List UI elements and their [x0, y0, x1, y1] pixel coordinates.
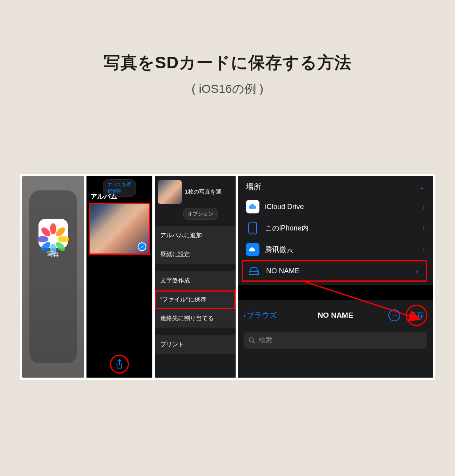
- location-tencent-weiyun[interactable]: 腾讯微云 ›: [238, 239, 433, 260]
- back-label: ブラウズ: [247, 310, 277, 321]
- panel-share-sheet: 1枚の写真を選 オプション アルバムに追加 壁紙に設定 文字盤作成 "ファイル"…: [155, 176, 236, 378]
- share-icon: [115, 359, 124, 370]
- search-field[interactable]: 検索: [244, 332, 427, 349]
- folder-title: NO NAME: [318, 311, 353, 320]
- options-button[interactable]: オプション: [183, 208, 218, 220]
- share-sheet-thumbnail: [158, 180, 182, 204]
- page-title: 写真をSDカードに保存する方法: [0, 52, 455, 74]
- menu-print[interactable]: プリント: [155, 335, 236, 354]
- menu-assign-contact[interactable]: 連絡先に割り当てる: [155, 309, 236, 328]
- chevron-left-icon: ‹: [244, 311, 246, 320]
- menu-create-watchface[interactable]: 文字盤作成: [155, 271, 236, 290]
- chevron-right-icon: ›: [422, 224, 425, 232]
- share-button[interactable]: [110, 355, 129, 374]
- panel-files-locations: 場所 ⌄ iCloud Drive › このiPhone内 › 腾讯微云: [238, 176, 433, 378]
- chevron-right-icon: ›: [422, 203, 425, 211]
- location-label: iCloud Drive: [265, 203, 304, 211]
- menu-set-wallpaper[interactable]: 壁紙に設定: [155, 245, 236, 264]
- back-button[interactable]: ‹ ブラウズ: [244, 310, 277, 321]
- location-no-name[interactable]: NO NAME ›: [242, 260, 427, 282]
- menu-save-to-files[interactable]: "ファイル"に保存: [155, 290, 236, 309]
- save-button[interactable]: 保存: [406, 305, 427, 326]
- external-drive-icon: [247, 264, 261, 278]
- svg-point-0: [257, 273, 258, 274]
- photos-app-label: 写真: [22, 251, 84, 258]
- tencent-cloud-icon: [246, 243, 259, 256]
- photo-thumbnail[interactable]: ✓: [89, 203, 150, 255]
- selected-check-icon: ✓: [138, 242, 146, 251]
- screenshot-row: 写真 すべてを選択解除 アルバム ✓ 1枚の写真を選 オプション アルバムに追加…: [20, 174, 435, 380]
- page-subtitle: ( iOS16の例 ): [0, 81, 455, 97]
- chevron-right-icon: ›: [422, 246, 425, 254]
- search-placeholder: 検索: [259, 336, 272, 345]
- save-label: 保存: [409, 310, 424, 321]
- svg-line-2: [253, 341, 255, 343]
- panel-album-select: すべてを選択解除 アルバム ✓: [86, 176, 152, 378]
- home-folder-card: [29, 190, 77, 363]
- selected-count-label: 1枚の写真を選: [185, 188, 221, 196]
- location-icloud-drive[interactable]: iCloud Drive ›: [238, 196, 433, 217]
- icloud-icon: [246, 200, 259, 213]
- photos-flower-icon: [43, 224, 63, 244]
- iphone-icon: [246, 221, 259, 235]
- photos-app-icon[interactable]: [38, 219, 68, 248]
- collapse-chevron-icon[interactable]: ⌄: [419, 182, 425, 191]
- menu-add-to-album[interactable]: アルバムに追加: [155, 226, 236, 245]
- chevron-right-icon: ›: [416, 267, 418, 275]
- album-heading: アルバム: [90, 192, 117, 201]
- location-label: 腾讯微云: [265, 245, 294, 254]
- locations-heading: 場所: [246, 182, 261, 192]
- panel-photos-app: 写真: [22, 176, 84, 378]
- more-options-button[interactable]: ⋯: [388, 309, 400, 321]
- location-label: NO NAME: [266, 267, 299, 275]
- search-icon: [248, 337, 255, 344]
- ellipsis-icon: ⋯: [391, 312, 398, 319]
- location-on-iphone[interactable]: このiPhone内 ›: [238, 217, 433, 239]
- location-label: このiPhone内: [265, 223, 309, 233]
